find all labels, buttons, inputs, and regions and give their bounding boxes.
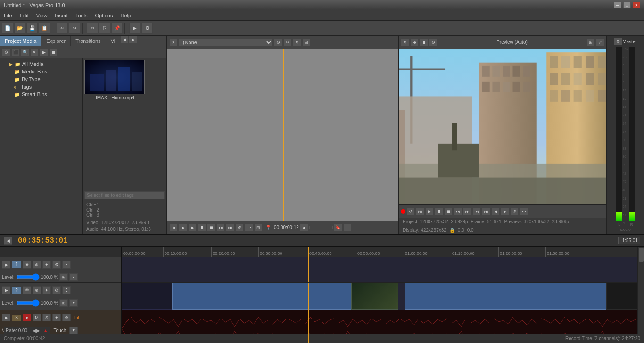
t3-dropdown[interactable]: ▼ <box>69 327 78 334</box>
tab-transitions[interactable]: Transitions <box>71 36 106 46</box>
redo-button[interactable]: ↪ <box>69 23 80 34</box>
tab-right-arrow[interactable]: ▶ <box>129 36 137 43</box>
preview-in-marker[interactable]: ◀ <box>300 224 308 231</box>
paste-button[interactable]: 📌 <box>111 23 123 34</box>
tags-input-field[interactable] <box>84 191 165 199</box>
rp-pause[interactable]: ⏸ <box>435 208 443 215</box>
open-button[interactable]: 📂 <box>14 23 25 34</box>
prev-icon-1[interactable]: ⚙ <box>274 39 282 46</box>
t3-settings[interactable]: ⚙ <box>62 314 71 321</box>
rp-stop[interactable]: ⏹ <box>444 208 453 215</box>
clip-blue-main[interactable] <box>172 283 351 310</box>
rp-loop2[interactable]: ⋯ <box>520 208 528 215</box>
t1-up[interactable]: ▲ <box>69 273 78 281</box>
transport-loop[interactable]: ↺ <box>235 224 244 231</box>
rp-loop1[interactable]: ↺ <box>510 208 519 215</box>
t2-eye[interactable]: 👁 <box>23 286 31 294</box>
t1-eye[interactable]: 👁 <box>23 261 31 269</box>
right-prev-btn3[interactable]: ⚙ <box>429 39 438 46</box>
properties-button[interactable]: ⚙ <box>141 23 153 34</box>
menu-help[interactable]: Help <box>116 12 135 19</box>
rp-play[interactable]: ▶ <box>425 208 434 215</box>
t2-fx[interactable]: ✦ <box>42 286 51 294</box>
tab-left-arrow[interactable]: ◀ <box>120 36 129 43</box>
rp-prev[interactable]: ⏮ <box>472 208 481 215</box>
transport-more[interactable]: ⋯ <box>245 224 253 231</box>
t2-more[interactable]: ⋮ <box>62 286 71 294</box>
media-btn-6[interactable]: ⏹ <box>49 49 58 56</box>
t2-dn[interactable]: ▼ <box>69 299 78 307</box>
menu-tools[interactable]: Tools <box>72 12 91 19</box>
t3-record[interactable]: ● <box>23 314 31 321</box>
t2-compose-btn[interactable]: ⊞ <box>59 299 68 307</box>
prev-icon-4[interactable]: ⊞ <box>302 39 311 46</box>
tree-by-type[interactable]: 📁 By Type <box>0 75 82 83</box>
menu-edit[interactable]: Edit <box>16 12 33 19</box>
right-prev-btn2[interactable]: ⏸ <box>420 39 428 46</box>
vscroll-thumb[interactable] <box>639 248 644 262</box>
t3-solo[interactable]: S <box>42 314 51 321</box>
clip-dark-left[interactable] <box>122 283 172 310</box>
tl-collapse[interactable]: ◀ <box>4 237 12 245</box>
rp-next[interactable]: ⏭ <box>482 208 490 215</box>
t1-compose-btn[interactable]: ⊞ <box>59 273 68 281</box>
undo-button[interactable]: ↩ <box>57 23 68 34</box>
timeline-ruler[interactable]: 00:00:00:00 00:10:00:00 00:20:00:00 00:3… <box>122 247 644 257</box>
maximize-button[interactable]: □ <box>623 2 631 8</box>
meters-settings-btn[interactable]: ⚙ <box>614 38 622 45</box>
new-button[interactable]: 📄 <box>2 23 13 34</box>
preview-none-dropdown[interactable]: (None) <box>179 38 273 47</box>
rp-refresh[interactable]: ↺ <box>406 208 415 215</box>
media-thumb-imax[interactable]: IMAX - Home.mp4 <box>84 60 146 100</box>
preview-snap[interactable]: ⊞ <box>254 224 263 231</box>
t3-expand[interactable]: ▶ <box>2 314 10 321</box>
prev-icon-3[interactable]: ✕ <box>293 39 301 46</box>
prev-icon-2[interactable]: ✂ <box>283 39 292 46</box>
menu-options[interactable]: Options <box>91 12 117 19</box>
close-button[interactable]: ✕ <box>633 2 640 8</box>
save-button[interactable]: 💾 <box>26 23 38 34</box>
render-button[interactable]: ▶ <box>129 23 140 34</box>
tree-smart-bins[interactable]: 📁 Smart Bins <box>0 90 82 98</box>
minimize-button[interactable]: ─ <box>614 2 621 8</box>
t2-level-slider[interactable] <box>16 301 40 305</box>
cut-button[interactable]: ✂ <box>87 23 98 34</box>
media-btn-2[interactable]: ⬛ <box>11 49 20 56</box>
t2-composite[interactable]: ⊕ <box>33 286 41 294</box>
track-2-lane[interactable] <box>122 283 644 310</box>
transport-play2[interactable]: ▶ <box>188 224 197 231</box>
menu-view[interactable]: View <box>33 12 51 19</box>
save-as-button[interactable]: 📋 <box>39 23 50 34</box>
t3-mute[interactable]: M <box>33 314 41 321</box>
right-prev-fullscreen[interactable]: ⤢ <box>596 39 604 46</box>
transport-pause[interactable]: ⏸ <box>198 224 206 231</box>
tree-all-media[interactable]: ▶ 📁 All Media <box>0 60 82 68</box>
t1-more[interactable]: ⋮ <box>62 261 71 269</box>
rp-play-prev[interactable]: ⏮ <box>416 208 424 215</box>
t1-settings[interactable]: ⚙ <box>52 261 61 269</box>
preview-scrubber[interactable] <box>309 226 333 229</box>
preview-out-marker[interactable]: 🔖 <box>334 224 342 231</box>
track-1-lane[interactable] <box>122 257 644 283</box>
rp-in[interactable]: ◀ <box>491 208 500 215</box>
media-btn-5[interactable]: ▶ <box>40 49 48 56</box>
tab-project-media[interactable]: Project Media <box>0 36 41 46</box>
tab-video-fx[interactable]: Vi <box>106 36 121 46</box>
right-prev-close[interactable]: ✕ <box>401 39 409 46</box>
t1-level-slider[interactable] <box>16 275 40 279</box>
t2-expand[interactable]: ▶ <box>2 286 10 294</box>
clip-blue-end[interactable] <box>405 283 640 310</box>
t1-composite[interactable]: ⊕ <box>33 261 41 269</box>
transport-stop[interactable]: ⏹ <box>207 224 215 231</box>
media-btn-1[interactable]: ⚙ <box>2 49 10 56</box>
right-prev-settings[interactable]: ⊞ <box>586 39 595 46</box>
rp-out[interactable]: ▶ <box>501 208 509 215</box>
media-btn-4[interactable]: ✕ <box>30 49 39 56</box>
media-btn-3[interactable]: 🔍 <box>21 49 29 56</box>
preview-close-btn[interactable]: ✕ <box>169 39 178 46</box>
transport-play[interactable]: ▶ <box>179 224 187 231</box>
rp-prev-frame[interactable]: ⏭ <box>454 208 462 215</box>
preview-more-btn[interactable]: ⋮ <box>343 224 352 231</box>
t1-expand[interactable]: ▶ <box>2 261 10 269</box>
copy-button[interactable]: ⎘ <box>99 23 110 34</box>
